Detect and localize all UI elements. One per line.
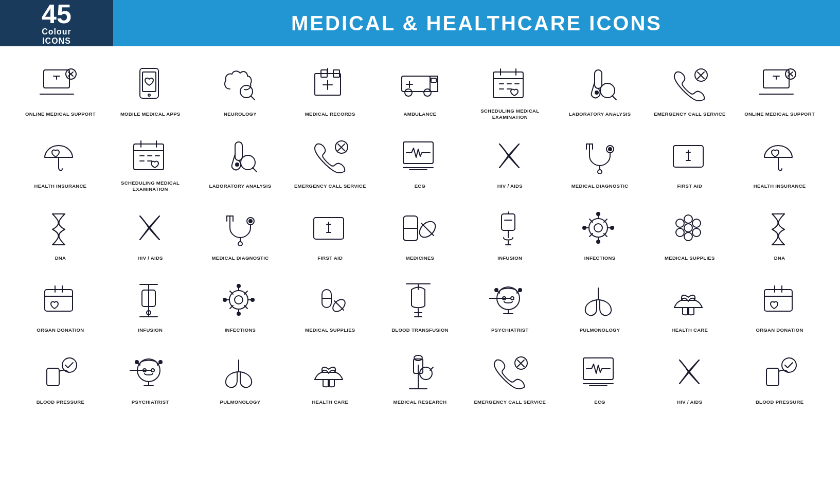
svg-point-7 (148, 94, 150, 96)
svg-line-35 (612, 96, 616, 100)
icon-label-organ-donation-1: ORGAN DONATION (37, 323, 84, 337)
icon-svg-flower-pills (667, 207, 713, 248)
icon-cell-organ-donation-2: ORGAN DONATION (735, 273, 825, 339)
icons-grid: ONLINE MEDICAL SUPPORTMOBILE MEDICAL APP… (15, 57, 825, 411)
icon-svg-firstaid-box (307, 207, 353, 248)
svg-point-19 (424, 89, 431, 96)
icon-cell-infections-2: INFECTIONS (195, 273, 285, 339)
icon-cell-emergency-call-2: EMERGENCY CALL SERVICE (285, 129, 375, 195)
icon-svg-pills (307, 279, 353, 320)
icon-cell-ecg-2: ECG (555, 345, 645, 411)
icon-cell-psychiatrist-2: PSYCHIATRIST (105, 345, 195, 411)
icon-label-emergency-call-2: EMERGENCY CALL SERVICE (294, 179, 366, 193)
svg-point-68 (609, 148, 612, 151)
icon-svg-dna (37, 207, 83, 248)
svg-point-116 (684, 215, 692, 223)
icon-label-mobile-medical-apps: MOBILE MEDICAL APPS (120, 107, 181, 121)
svg-line-149 (334, 301, 344, 310)
icon-label-emergency-call-1: EMERGENCY CALL SERVICE (654, 107, 726, 121)
icon-label-laboratory-analysis-1: LABORATORY ANALYSIS (569, 107, 631, 121)
icon-svg-ribbon-cross (487, 135, 533, 176)
svg-point-112 (597, 240, 600, 243)
icons-container: ONLINE MEDICAL SUPPORTMOBILE MEDICAL APP… (0, 46, 840, 422)
icon-cell-blood-transfusion: BLOOD TRANSFUSION (375, 273, 465, 339)
icon-cell-laboratory-analysis-1: LABORATORY ANALYSIS (555, 57, 645, 123)
svg-point-36 (595, 91, 598, 94)
svg-point-111 (597, 212, 600, 215)
svg-rect-33 (595, 70, 602, 88)
icon-label-dna-2: DNA (774, 251, 785, 265)
icon-label-hiv-aids-3: HIV / AIDS (677, 395, 702, 409)
icon-label-medical-supplies-1: MEDICAL SUPPLIES (665, 251, 715, 265)
icon-label-medical-supplies-2: MEDICAL SUPPLIES (305, 323, 355, 337)
icon-label-medicines: MEDICINES (406, 251, 434, 265)
svg-point-158 (495, 289, 498, 292)
icon-label-pulmonology-2: PULMONOLOGY (220, 395, 261, 409)
icon-svg-box-cross (307, 63, 353, 104)
icon-label-medical-research: MEDICAL RESEARCH (394, 395, 447, 409)
icon-label-blood-pressure-1: BLOOD PRESSURE (37, 395, 84, 409)
svg-line-9 (251, 96, 255, 100)
icon-label-neurology: NEUROLOGY (224, 107, 257, 121)
svg-point-142 (237, 284, 240, 287)
svg-point-83 (249, 220, 252, 223)
svg-rect-24 (493, 72, 523, 98)
icon-cell-medical-supplies-1: MEDICAL SUPPLIES (645, 201, 735, 267)
svg-point-110 (594, 224, 602, 232)
icon-svg-blood-bag-stand (397, 279, 443, 320)
icon-label-infusion-2: INFUSION (138, 323, 163, 337)
icon-label-first-aid-2: FIRST AID (317, 251, 343, 265)
icon-label-scheduling-1: SCHEDULING MEDICAL EXAMINATION (468, 107, 552, 121)
icon-label-ecg-1: ECG (415, 179, 426, 193)
icon-svg-umbrella-heart (37, 135, 83, 176)
icon-label-pulmonology-1: PULMONOLOGY (580, 323, 620, 337)
icon-cell-hiv-aids-1: HIV / AIDS (465, 129, 555, 195)
icon-svg-organ-box (757, 279, 803, 320)
icon-svg-infusion (487, 207, 533, 248)
icon-cell-neurology: NEUROLOGY (195, 57, 285, 123)
icon-svg-lungs (577, 279, 623, 320)
icon-cell-first-aid-2: FIRST AID (285, 201, 375, 267)
icon-cell-emergency-call-3: EMERGENCY CALL SERVICE (465, 345, 555, 411)
header-title: MEDICAL & HEALTHCARE ICONS (113, 0, 840, 46)
svg-point-117 (684, 232, 692, 241)
svg-point-119 (692, 219, 701, 227)
icon-cell-health-insurance-2: HEALTH INSURANCE (735, 129, 825, 195)
icon-cell-ambulance: AMBULANCE (375, 57, 465, 123)
icon-cell-health-care-1: HEALTH CARE (645, 273, 735, 339)
icon-label-scheduling-2: SCHEDULING MEDICAL EXAMINATION (108, 179, 193, 193)
icon-svg-virus (217, 279, 263, 320)
icon-svg-laptop-cross (757, 63, 803, 104)
svg-rect-96 (502, 214, 515, 230)
icon-cell-pulmonology-1: PULMONOLOGY (555, 273, 645, 339)
icon-cell-hiv-aids-3: HIV / AIDS (645, 345, 735, 411)
icon-label-medical-diagnostic-1: MEDICAL DIAGNOSTIC (571, 179, 629, 193)
icon-label-infections-1: INFECTIONS (584, 251, 616, 265)
icon-label-online-medical-support-2: ONLINE MEDICAL SUPPORT (744, 107, 815, 121)
icon-label-laboratory-analysis-2: LABORATORY ANALYSIS (209, 179, 272, 193)
icon-label-psychiatrist-2: PSYCHIATRIST (132, 395, 169, 409)
icon-cell-medical-supplies-2: MEDICAL SUPPLIES (285, 273, 375, 339)
svg-rect-189 (766, 368, 779, 386)
icon-label-ecg-2: ECG (594, 395, 605, 409)
icon-svg-infusion-stand (127, 279, 173, 320)
icon-cell-first-aid-1: FIRST AID (645, 129, 735, 195)
icon-svg-stethoscope (217, 207, 263, 248)
svg-point-113 (583, 226, 586, 229)
icon-cell-pulmonology-2: PULMONOLOGY (195, 345, 285, 411)
svg-point-114 (611, 226, 614, 229)
icon-svg-bp-meter (37, 351, 83, 392)
icon-svg-stethoscope (577, 135, 623, 176)
icon-cell-medical-diagnostic-1: MEDICAL DIAGNOSTIC (555, 129, 645, 195)
svg-point-72 (598, 170, 602, 174)
svg-point-144 (223, 298, 226, 301)
icon-svg-phone-cross (667, 63, 713, 104)
icon-svg-ecg-monitor (397, 135, 443, 176)
badge: 45 ColourICONS (0, 0, 113, 46)
icon-cell-infusion-2: INFUSION (105, 273, 195, 339)
icon-cell-medical-records: MEDICAL RECORDS (285, 57, 375, 123)
svg-point-190 (782, 358, 796, 372)
icon-cell-ecg-1: ECG (375, 129, 465, 195)
icon-svg-phone-cross (307, 135, 353, 176)
icon-svg-dna (757, 207, 803, 248)
